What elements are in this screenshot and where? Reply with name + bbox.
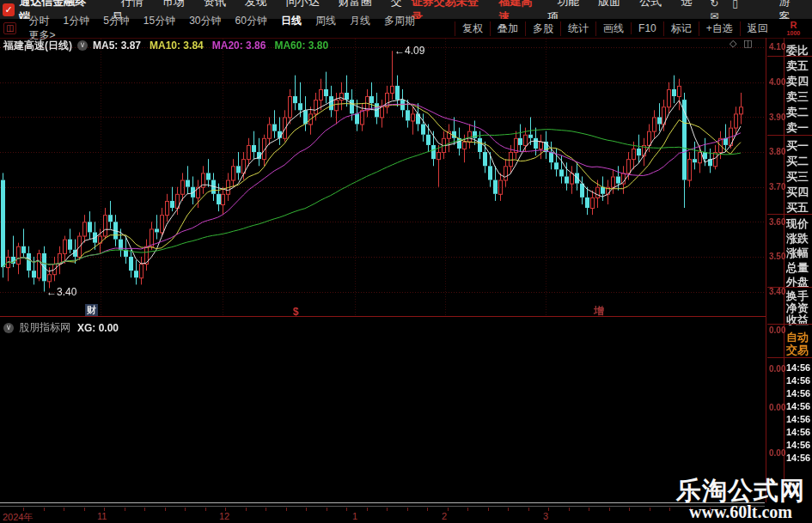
period-tab-5分钟[interactable]: 5分钟 — [96, 15, 137, 27]
sidebar-tick-time: 14:56 — [786, 362, 812, 373]
month-label-3: 3 — [543, 511, 548, 521]
split-screen-icon[interactable]: ◫ — [3, 22, 16, 34]
panel-divider — [0, 316, 766, 317]
toolbar-button-返回[interactable]: 返回 — [740, 21, 775, 36]
sidebar-label-sell: 卖五 — [786, 58, 812, 74]
toolbar-button-复权[interactable]: 复权 — [455, 21, 490, 36]
sidebar-label-sell: 卖二 — [786, 105, 812, 120]
candlestick-chart-canvas[interactable] — [0, 39, 766, 316]
ma-label: MA60: 3.80 — [274, 40, 328, 52]
sidebar-label-sell: 卖四 — [786, 74, 812, 89]
sidebar-label-quote: 收益 — [786, 313, 812, 328]
sidebar-auto-trade[interactable]: 交易 — [786, 343, 812, 358]
sidebar-tick-time: 14:56 — [786, 414, 812, 424]
axis-tick — [165, 508, 166, 511]
toolbar-button-F10[interactable]: F10 — [631, 22, 663, 34]
axis-tick — [84, 508, 85, 511]
sidebar-tick-time: 14:56 — [786, 427, 812, 437]
axis-tick — [488, 508, 489, 511]
period-toolbar: ◫ 分时1分钟5分钟15分钟30分钟60分钟日线周线月线多周期更多> 复权叠加多… — [0, 19, 812, 39]
r-badge: R 1000 — [775, 21, 812, 37]
chevron-down-icon[interactable]: ∨ — [77, 40, 88, 51]
axis-tick — [185, 508, 186, 511]
axis-tick — [650, 508, 650, 511]
axis-tick — [448, 508, 449, 511]
indicator-value: XG: 0.00 — [77, 322, 119, 334]
axis-tick — [427, 508, 428, 511]
menu-item-功能[interactable]: 功能 — [557, 0, 579, 8]
mobile-icon[interactable]: ▯ — [732, 0, 738, 9]
divider-line — [0, 502, 765, 503]
ma-label: MA5: 3.87 — [93, 40, 141, 52]
toolbar-button-叠加[interactable]: 叠加 — [490, 21, 525, 36]
period-tab-15分钟[interactable]: 15分钟 — [137, 15, 182, 27]
site-watermark: 乐淘公式网 www.60lt.com — [676, 477, 805, 521]
sidebar-label-buy: 买一 — [786, 138, 812, 154]
period-tab-月线[interactable]: 月线 — [343, 15, 377, 27]
chevron-down-icon[interactable]: ∨ — [3, 323, 14, 333]
axis-tick — [569, 508, 570, 511]
menu-item-公式[interactable]: 公式 — [639, 0, 662, 8]
axis-tick — [407, 508, 408, 511]
period-tab-多周期[interactable]: 多周期 — [377, 15, 422, 27]
sidebar-tick-time: 14:56 — [786, 401, 812, 411]
menu-item-行情[interactable]: 行情 — [121, 0, 143, 8]
period-tab-分时[interactable]: 分时 — [21, 15, 56, 27]
toolbar-button-画线[interactable]: 画线 — [595, 21, 631, 36]
sidebar-tick-time: 14:56 — [786, 453, 812, 463]
sidebar-separator-line — [784, 38, 785, 502]
axis-tick — [286, 508, 287, 511]
month-label-11: 11 — [97, 511, 107, 521]
sidebar-divider — [767, 287, 812, 288]
menu-item-财富圈[interactable]: 财富圈 — [339, 0, 372, 8]
ma-label: MA10: 3.84 — [150, 40, 204, 52]
ma-value-labels: MA5: 3.87MA10: 3.84MA20: 3.86MA60: 3.80 — [93, 40, 337, 52]
ma-label: MA20: 3.86 — [212, 40, 266, 52]
period-tab-30分钟[interactable]: 30分钟 — [182, 15, 228, 27]
axis-tick — [548, 508, 549, 511]
indicator-title[interactable]: 股朋指标网 — [19, 320, 70, 335]
sidebar-label-buy: 买四 — [786, 185, 812, 200]
menu-item-资讯[interactable]: 资讯 — [204, 0, 226, 8]
r-badge-top: R — [790, 20, 797, 30]
watermark-site-name: 乐淘公式网 — [676, 477, 805, 503]
split-view-icon[interactable]: ◫ — [743, 38, 752, 49]
sidebar-label-buy: 买三 — [786, 169, 812, 185]
axis-tick — [467, 508, 468, 511]
sidebar-divider — [767, 324, 812, 325]
menu-item-问小达[interactable]: 问小达 — [286, 0, 320, 8]
toolbar-button-统计[interactable]: 统计 — [560, 21, 595, 36]
axis-tick — [64, 508, 64, 511]
period-tab-1分钟[interactable]: 1分钟 — [56, 15, 96, 27]
axis-tick — [125, 508, 125, 511]
axis-tick — [346, 508, 347, 511]
sidebar-label-sell: 卖三 — [786, 89, 812, 105]
sidebar-divider — [767, 357, 812, 358]
month-label-2: 2 — [442, 511, 447, 521]
toolbar-button-标记[interactable]: 标记 — [663, 21, 699, 36]
toolbar-button-+自选[interactable]: +自选 — [699, 21, 740, 36]
instrument-title[interactable]: 福建高速(日线) — [3, 39, 72, 53]
diamond-marker-icon[interactable]: ◇ — [730, 38, 736, 49]
menu-item-版面[interactable]: 版面 — [598, 0, 620, 8]
menu-item-发现[interactable]: 发现 — [245, 0, 267, 8]
axis-tick — [306, 508, 307, 511]
period-tab-日线[interactable]: 日线 — [274, 15, 308, 27]
axis-tick — [367, 508, 368, 511]
sidebar-label-quote: 涨幅 — [786, 246, 812, 261]
month-label-1: 1 — [352, 511, 357, 521]
tdx-logo-icon: ✓ — [3, 3, 15, 16]
period-tab-60分钟[interactable]: 60分钟 — [229, 15, 274, 27]
feedback-icon[interactable]: ↻ — [710, 0, 718, 9]
axis-tick — [44, 508, 45, 511]
axis-tick — [327, 508, 327, 511]
axis-tick — [669, 508, 670, 511]
period-tab-周线[interactable]: 周线 — [308, 15, 343, 27]
sidebar-divider — [767, 135, 812, 136]
menu-item-市场[interactable]: 市场 — [162, 0, 185, 8]
toolbar-button-多股[interactable]: 多股 — [525, 21, 560, 36]
divider-line — [0, 506, 765, 507]
axis-tick — [266, 508, 266, 511]
sidebar-tick-time: 14:56 — [786, 440, 812, 450]
axis-tick — [589, 508, 589, 511]
